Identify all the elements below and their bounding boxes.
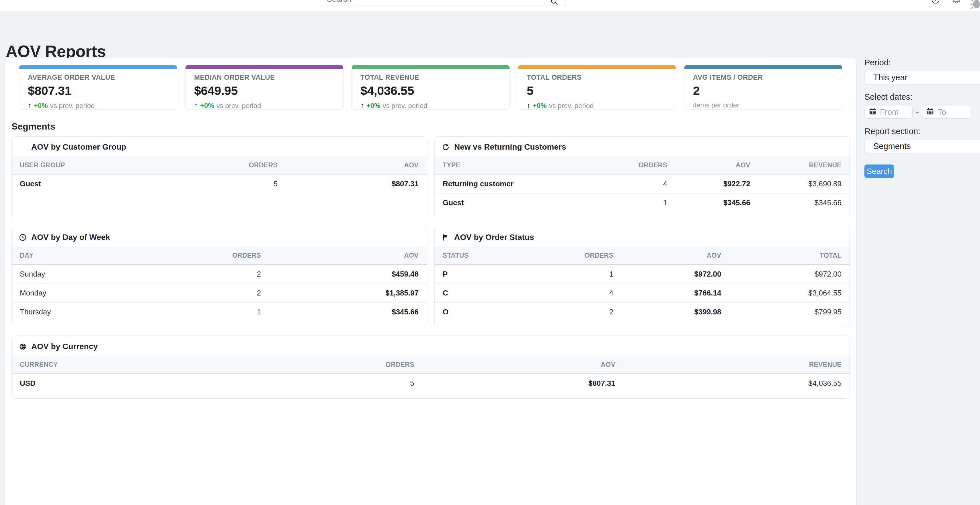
table-card-aov-by-customer-group: AOV by Customer Group USER GROUP ORDERS …: [11, 137, 427, 218]
stat-value: $4,036.55: [360, 84, 501, 98]
stat-card-median-order-value: MEDIAN ORDER VALUE $649.95 ↑ +0% vs prev…: [185, 65, 344, 110]
stat-label: AVERAGE ORDER VALUE: [28, 73, 168, 81]
stat-delta: +0%: [366, 102, 380, 110]
stat-card-average-order-value: AVERAGE ORDER VALUE $807.31 ↑ +0% vs pre…: [19, 65, 177, 110]
report-section-label: Report section:: [864, 127, 980, 136]
stat-label: TOTAL ORDERS: [527, 73, 667, 81]
table-card-aov-by-order-status: AOV by Order Status STATUS ORDERS AOV TO…: [434, 227, 850, 327]
period-select[interactable]: This year: [864, 71, 980, 84]
column-header: AOV: [286, 157, 426, 174]
stat-label: AVG ITEMS / ORDER: [693, 73, 834, 81]
cell-aov: $922.72: [675, 174, 758, 194]
stat-footnote: items per order: [693, 101, 739, 109]
stat-delta-suffix: vs prev. period: [50, 102, 95, 110]
table-row: Returning customer 4 $922.72 $3,690.89: [435, 174, 850, 194]
cell-total: $972.00: [729, 265, 850, 284]
cell-type: Guest: [435, 194, 617, 212]
column-header: CURRENCY: [12, 356, 288, 374]
date-to-input[interactable]: To: [922, 105, 971, 119]
stat-cards-row: AVERAGE ORDER VALUE $807.31 ↑ +0% vs pre…: [19, 65, 842, 110]
cell-orders: 2: [178, 265, 269, 284]
stat-delta: +0%: [533, 102, 547, 110]
table-row: Sunday 2 $459.48: [12, 265, 426, 284]
cell-user-group: Guest: [12, 174, 178, 193]
cell-orders: 4: [559, 284, 621, 303]
stat-card-avg-items-per-order: AVG ITEMS / ORDER 2 items per order: [684, 65, 842, 110]
accent-bar: [186, 65, 343, 69]
stat-delta: +0%: [34, 102, 48, 110]
notifications-bell-icon[interactable]: [952, 0, 961, 6]
dates-separator: -: [916, 108, 919, 117]
cell-total: $3,064.55: [729, 284, 850, 303]
globe-icon: [19, 343, 27, 351]
table-icon-placeholder: [19, 143, 27, 151]
up-arrow-icon: ↑: [360, 101, 364, 110]
accent-bar: [19, 65, 177, 69]
stat-delta-suffix: vs prev. period: [216, 102, 261, 110]
stat-value: $649.95: [194, 84, 335, 98]
table-header-row: CURRENCY ORDERS AOV REVENUE: [12, 356, 850, 374]
column-header: ORDERS: [617, 157, 676, 174]
search-input[interactable]: [321, 0, 566, 6]
column-header: AOV: [269, 247, 426, 265]
stat-label: TOTAL REVENUE: [360, 73, 501, 81]
cell-aov: $807.31: [422, 374, 623, 393]
cell-aov: $459.48: [269, 265, 426, 284]
date-from-input[interactable]: From: [864, 105, 913, 119]
column-header: TOTAL: [729, 247, 850, 265]
cell-orders: 2: [178, 284, 269, 303]
cell-type: Returning customer: [435, 174, 617, 194]
stat-delta-suffix: vs prev. period: [549, 102, 594, 110]
cell-day: Sunday: [12, 265, 178, 284]
column-header: ORDERS: [288, 356, 422, 374]
column-header: TYPE: [435, 157, 617, 174]
cell-status: P: [435, 265, 559, 284]
cell-orders: 1: [559, 265, 621, 284]
cell-aov: $345.66: [269, 303, 426, 322]
date-from-placeholder: From: [880, 108, 899, 117]
table-header-row: DAY ORDERS AOV: [12, 247, 426, 265]
help-icon[interactable]: [931, 0, 940, 5]
cell-revenue: $345.66: [758, 194, 850, 212]
select-dates-label: Select dates:: [864, 92, 980, 102]
cell-day: Thursday: [12, 303, 178, 322]
stat-delta: +0%: [200, 102, 214, 110]
cell-orders: 4: [617, 174, 676, 194]
table-row: Monday 2 $1,385.97: [12, 284, 426, 303]
cell-aov: $399.98: [621, 303, 729, 322]
stat-value: $807.31: [28, 84, 168, 98]
clock-icon: [19, 233, 27, 241]
sidebar-search-button[interactable]: Search: [864, 165, 894, 178]
cell-aov: $766.14: [621, 284, 729, 303]
column-header: ORDERS: [559, 247, 621, 265]
table-title: New vs Returning Customers: [454, 143, 566, 152]
debug-bug-icon[interactable]: [970, 0, 980, 10]
period-label: Period:: [864, 58, 980, 67]
cell-day: Monday: [12, 284, 178, 303]
cell-aov: $807.31: [286, 174, 426, 193]
column-header: REVENUE: [758, 157, 850, 174]
calendar-icon: [926, 108, 934, 116]
cell-status: O: [435, 303, 559, 322]
column-header: REVENUE: [623, 356, 850, 374]
table-title: AOV by Currency: [31, 342, 98, 351]
cell-aov: $345.66: [675, 194, 758, 212]
cell-orders: 5: [178, 174, 286, 193]
stat-card-total-revenue: TOTAL REVENUE $4,036.55 ↑ +0% vs prev. p…: [352, 65, 510, 110]
up-arrow-icon: ↑: [194, 101, 198, 110]
column-header: AOV: [675, 157, 758, 174]
cell-aov: $1,385.97: [269, 284, 426, 303]
column-header: ORDERS: [178, 247, 269, 265]
column-header: ORDERS: [178, 157, 286, 174]
report-section-select[interactable]: Segments: [864, 140, 980, 153]
topbar: [0, 0, 980, 11]
table-card-aov-by-day-of-week: AOV by Day of Week DAY ORDERS AOV Sunday…: [11, 227, 427, 327]
date-to-placeholder: To: [937, 108, 946, 117]
table-card-new-vs-returning: New vs Returning Customers TYPE ORDERS A…: [434, 137, 850, 218]
report-section-selected-value: Segments: [873, 141, 911, 151]
column-header: USER GROUP: [12, 157, 178, 174]
search-icon[interactable]: [550, 0, 558, 7]
content-panel: AVERAGE ORDER VALUE $807.31 ↑ +0% vs pre…: [5, 58, 857, 505]
table-title: AOV by Customer Group: [31, 143, 126, 152]
stat-value: 5: [527, 84, 667, 98]
